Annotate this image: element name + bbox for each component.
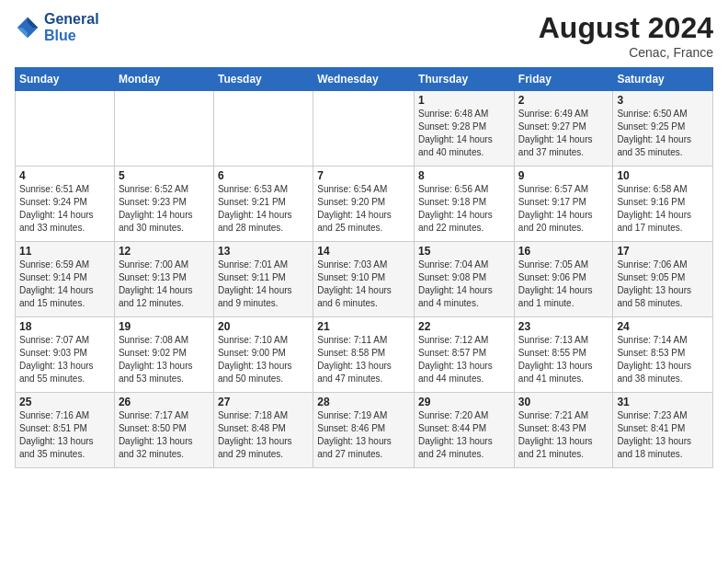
day-info: Sunrise: 7:19 AM Sunset: 8:46 PM Dayligh…: [317, 409, 410, 461]
week-row-4: 18Sunrise: 7:07 AM Sunset: 9:03 PM Dayli…: [16, 317, 713, 393]
day-cell-18: 18Sunrise: 7:07 AM Sunset: 9:03 PM Dayli…: [16, 317, 115, 393]
day-cell-empty-0: [16, 91, 115, 167]
location: Cenac, France: [539, 45, 713, 60]
calendar: SundayMondayTuesdayWednesdayThursdayFrid…: [15, 67, 713, 468]
day-cell-21: 21Sunrise: 7:11 AM Sunset: 8:58 PM Dayli…: [313, 317, 415, 393]
weekday-header-row: SundayMondayTuesdayWednesdayThursdayFrid…: [16, 68, 713, 91]
weekday-header-wednesday: Wednesday: [313, 68, 415, 91]
day-number: 5: [119, 169, 210, 182]
day-number: 31: [617, 396, 709, 408]
day-info: Sunrise: 7:01 AM Sunset: 9:11 PM Dayligh…: [218, 259, 309, 310]
day-number: 14: [317, 245, 410, 258]
week-row-5: 25Sunrise: 7:16 AM Sunset: 8:51 PM Dayli…: [16, 393, 713, 468]
day-cell-10: 10Sunrise: 6:58 AM Sunset: 9:16 PM Dayli…: [613, 167, 713, 242]
day-number: 8: [418, 169, 510, 182]
day-number: 10: [617, 169, 709, 182]
day-cell-empty-2: [213, 91, 313, 167]
day-cell-13: 13Sunrise: 7:01 AM Sunset: 9:11 PM Dayli…: [213, 242, 313, 317]
day-cell-22: 22Sunrise: 7:12 AM Sunset: 8:57 PM Dayli…: [415, 317, 515, 393]
day-number: 18: [19, 320, 110, 333]
day-number: 26: [119, 396, 210, 408]
week-row-1: 1Sunrise: 6:48 AM Sunset: 9:28 PM Daylig…: [16, 91, 713, 167]
day-info: Sunrise: 7:18 AM Sunset: 8:48 PM Dayligh…: [218, 409, 309, 461]
day-info: Sunrise: 6:52 AM Sunset: 9:23 PM Dayligh…: [119, 183, 210, 235]
day-info: Sunrise: 6:59 AM Sunset: 9:14 PM Dayligh…: [19, 259, 110, 310]
day-cell-20: 20Sunrise: 7:10 AM Sunset: 9:00 PM Dayli…: [213, 317, 313, 393]
day-info: Sunrise: 7:07 AM Sunset: 9:03 PM Dayligh…: [19, 334, 110, 385]
day-number: 17: [617, 245, 709, 258]
day-number: 15: [418, 245, 510, 258]
day-number: 13: [218, 245, 309, 258]
day-number: 9: [518, 169, 609, 182]
day-info: Sunrise: 6:57 AM Sunset: 9:17 PM Dayligh…: [518, 183, 609, 235]
day-cell-28: 28Sunrise: 7:19 AM Sunset: 8:46 PM Dayli…: [313, 393, 415, 468]
day-number: 23: [518, 320, 609, 333]
month-title: August 2024: [539, 11, 713, 45]
day-number: 21: [317, 320, 410, 333]
weekday-header-sunday: Sunday: [16, 68, 115, 91]
day-number: 29: [418, 396, 510, 408]
day-cell-8: 8Sunrise: 6:56 AM Sunset: 9:18 PM Daylig…: [415, 167, 515, 242]
day-number: 25: [19, 396, 110, 408]
day-info: Sunrise: 7:23 AM Sunset: 8:41 PM Dayligh…: [617, 409, 709, 461]
day-number: 6: [218, 169, 309, 182]
weekday-header-thursday: Thursday: [415, 68, 515, 91]
day-number: 7: [317, 169, 410, 182]
day-number: 28: [317, 396, 410, 408]
title-block: August 2024 Cenac, France: [539, 11, 713, 60]
day-cell-1: 1Sunrise: 6:48 AM Sunset: 9:28 PM Daylig…: [415, 91, 515, 167]
day-cell-17: 17Sunrise: 7:06 AM Sunset: 9:05 PM Dayli…: [613, 242, 713, 317]
day-info: Sunrise: 7:21 AM Sunset: 8:43 PM Dayligh…: [518, 409, 609, 461]
day-number: 22: [418, 320, 510, 333]
day-info: Sunrise: 6:48 AM Sunset: 9:28 PM Dayligh…: [418, 108, 510, 159]
day-number: 30: [518, 396, 609, 408]
day-cell-3: 3Sunrise: 6:50 AM Sunset: 9:25 PM Daylig…: [613, 91, 713, 167]
day-info: Sunrise: 6:49 AM Sunset: 9:27 PM Dayligh…: [518, 108, 609, 159]
day-number: 1: [418, 94, 510, 107]
weekday-header-friday: Friday: [514, 68, 613, 91]
weekday-header-saturday: Saturday: [613, 68, 713, 91]
logo-icon: [15, 15, 40, 40]
day-info: Sunrise: 7:05 AM Sunset: 9:06 PM Dayligh…: [518, 259, 609, 310]
week-row-2: 4Sunrise: 6:51 AM Sunset: 9:24 PM Daylig…: [16, 167, 713, 242]
day-cell-empty-1: [114, 91, 213, 167]
day-cell-26: 26Sunrise: 7:17 AM Sunset: 8:50 PM Dayli…: [114, 393, 213, 468]
weekday-header-tuesday: Tuesday: [213, 68, 313, 91]
day-info: Sunrise: 6:50 AM Sunset: 9:25 PM Dayligh…: [617, 108, 709, 159]
day-number: 19: [119, 320, 210, 333]
day-info: Sunrise: 7:20 AM Sunset: 8:44 PM Dayligh…: [418, 409, 510, 461]
week-row-3: 11Sunrise: 6:59 AM Sunset: 9:14 PM Dayli…: [16, 242, 713, 317]
day-number: 27: [218, 396, 309, 408]
day-cell-2: 2Sunrise: 6:49 AM Sunset: 9:27 PM Daylig…: [514, 91, 613, 167]
day-info: Sunrise: 7:03 AM Sunset: 9:10 PM Dayligh…: [317, 259, 410, 310]
day-info: Sunrise: 7:08 AM Sunset: 9:02 PM Dayligh…: [119, 334, 210, 385]
day-number: 16: [518, 245, 609, 258]
day-cell-24: 24Sunrise: 7:14 AM Sunset: 8:53 PM Dayli…: [613, 317, 713, 393]
day-cell-30: 30Sunrise: 7:21 AM Sunset: 8:43 PM Dayli…: [514, 393, 613, 468]
day-info: Sunrise: 7:17 AM Sunset: 8:50 PM Dayligh…: [119, 409, 210, 461]
day-number: 2: [518, 94, 609, 107]
day-info: Sunrise: 7:14 AM Sunset: 8:53 PM Dayligh…: [617, 334, 709, 385]
day-cell-23: 23Sunrise: 7:13 AM Sunset: 8:55 PM Dayli…: [514, 317, 613, 393]
day-info: Sunrise: 6:51 AM Sunset: 9:24 PM Dayligh…: [19, 183, 110, 235]
day-info: Sunrise: 7:13 AM Sunset: 8:55 PM Dayligh…: [518, 334, 609, 385]
day-info: Sunrise: 6:56 AM Sunset: 9:18 PM Dayligh…: [418, 183, 510, 235]
day-info: Sunrise: 7:12 AM Sunset: 8:57 PM Dayligh…: [418, 334, 510, 385]
day-number: 4: [19, 169, 110, 182]
day-cell-5: 5Sunrise: 6:52 AM Sunset: 9:23 PM Daylig…: [114, 167, 213, 242]
day-cell-15: 15Sunrise: 7:04 AM Sunset: 9:08 PM Dayli…: [415, 242, 515, 317]
day-info: Sunrise: 7:10 AM Sunset: 9:00 PM Dayligh…: [218, 334, 309, 385]
day-cell-12: 12Sunrise: 7:00 AM Sunset: 9:13 PM Dayli…: [114, 242, 213, 317]
day-cell-25: 25Sunrise: 7:16 AM Sunset: 8:51 PM Dayli…: [16, 393, 115, 468]
day-info: Sunrise: 7:16 AM Sunset: 8:51 PM Dayligh…: [19, 409, 110, 461]
day-cell-6: 6Sunrise: 6:53 AM Sunset: 9:21 PM Daylig…: [213, 167, 313, 242]
day-cell-9: 9Sunrise: 6:57 AM Sunset: 9:17 PM Daylig…: [514, 167, 613, 242]
day-cell-27: 27Sunrise: 7:18 AM Sunset: 8:48 PM Dayli…: [213, 393, 313, 468]
logo: General Blue: [15, 11, 99, 43]
day-number: 12: [119, 245, 210, 258]
header: General Blue August 2024 Cenac, France: [15, 11, 713, 60]
day-number: 20: [218, 320, 309, 333]
day-cell-7: 7Sunrise: 6:54 AM Sunset: 9:20 PM Daylig…: [313, 167, 415, 242]
day-info: Sunrise: 6:58 AM Sunset: 9:16 PM Dayligh…: [617, 183, 709, 235]
day-cell-16: 16Sunrise: 7:05 AM Sunset: 9:06 PM Dayli…: [514, 242, 613, 317]
